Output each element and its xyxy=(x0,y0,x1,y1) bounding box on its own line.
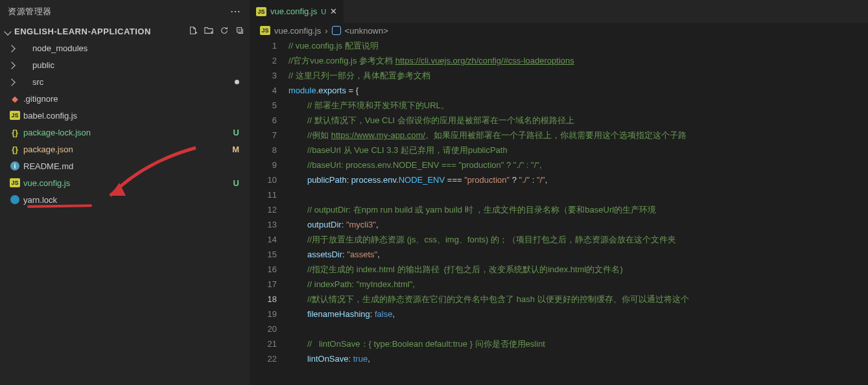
line-number: 2 xyxy=(250,53,277,68)
file-label: babel.config.js xyxy=(23,111,250,121)
line-number: 21 xyxy=(250,336,277,351)
line-number: 12 xyxy=(250,202,277,217)
folder-item-src[interactable]: src xyxy=(0,73,250,90)
code-line[interactable]: // 默认情况下，Vue CLI 会假设你的应用是被部署在一个域名的根路径上 xyxy=(288,113,868,128)
more-actions-icon[interactable]: ⋯ xyxy=(230,5,242,18)
folder-item-public[interactable]: public xyxy=(0,56,250,73)
file-item-package-json[interactable]: {}package.jsonM xyxy=(0,141,250,158)
code-line[interactable] xyxy=(288,321,868,336)
workspace-section-header[interactable]: ENGLISH-LEARN-APPLICATION xyxy=(0,23,250,40)
chevron-right-icon: › xyxy=(325,26,327,36)
file-item-vue-config-js[interactable]: JSvue.config.jsU xyxy=(0,174,250,191)
code-line[interactable]: module.exports = { xyxy=(288,83,868,98)
folder-item-node_modules[interactable]: node_modules xyxy=(0,40,250,56)
file-label: .gitignore xyxy=(23,94,250,104)
explorer-header: 资源管理器 ⋯ xyxy=(0,0,250,23)
symbol-icon xyxy=(332,26,341,35)
workspace-actions xyxy=(189,26,244,37)
line-number: 11 xyxy=(250,187,277,202)
line-number: 10 xyxy=(250,172,277,187)
yarn-icon xyxy=(9,195,21,204)
line-number: 18 xyxy=(250,292,277,307)
line-number: 6 xyxy=(250,113,277,128)
editor-main: JS vue.config.js U ✕ JS vue.config.js › … xyxy=(250,0,868,385)
git-status-badge: U xyxy=(321,8,326,16)
line-number: 15 xyxy=(250,247,277,262)
code-line[interactable]: filenameHashing: false, xyxy=(288,307,868,321)
chevron-right-icon xyxy=(9,43,18,53)
line-number: 8 xyxy=(250,143,277,158)
workspace-name: ENGLISH-LEARN-APPLICATION xyxy=(14,27,189,36)
refresh-icon[interactable] xyxy=(220,26,229,37)
tab-label: vue.config.js xyxy=(270,6,317,16)
file-item-README-md[interactable]: iREADME.md xyxy=(0,158,250,174)
tab-vue-config[interactable]: JS vue.config.js U ✕ xyxy=(250,0,344,23)
breadcrumb-symbol[interactable]: <unknown> xyxy=(345,26,388,36)
file-tree: node_modulespublicsrc◆.gitignoreJSbabel.… xyxy=(0,40,250,208)
line-number: 5 xyxy=(250,98,277,113)
new-folder-icon[interactable] xyxy=(204,26,213,37)
line-number: 1 xyxy=(250,38,277,53)
code-line[interactable]: outputDir: "mycli3", xyxy=(288,217,868,232)
code-line[interactable]: publicPath: process.env.NODE_ENV === "pr… xyxy=(288,172,868,187)
code-line[interactable]: //指定生成的 index.html 的输出路径 (打包之后，改变系统默认的in… xyxy=(288,262,868,277)
line-number: 22 xyxy=(250,351,277,366)
info-icon: i xyxy=(9,161,21,170)
code-line[interactable]: // vue.config.js 配置说明 xyxy=(288,38,868,53)
code-line[interactable]: // 这里只列一部分，具体配置参考文档 xyxy=(288,68,868,83)
code-line[interactable]: assetsDir: "assets", xyxy=(288,247,868,262)
line-number: 13 xyxy=(250,217,277,232)
git-status-badge: M xyxy=(232,145,239,154)
code-line[interactable]: //官方vue.config.js 参考文档 https://cli.vuejs… xyxy=(288,53,868,68)
line-number: 3 xyxy=(250,68,277,83)
breadcrumb-file[interactable]: vue.config.js xyxy=(274,26,321,36)
js-file-icon: JS xyxy=(260,26,270,35)
git-status-badge: U xyxy=(233,128,239,137)
chevron-right-icon xyxy=(9,77,18,87)
file-label: README.md xyxy=(23,161,250,171)
file-item-package-lock-json[interactable]: {}package-lock.jsonU xyxy=(0,124,250,141)
editor-tabs: JS vue.config.js U ✕ xyxy=(250,0,868,23)
code-line[interactable]: //用于放置生成的静态资源 (js、css、img、fonts) 的；（项目打包… xyxy=(288,232,868,247)
code-line[interactable]: lintOnSave: true, xyxy=(288,351,868,366)
line-number: 9 xyxy=(250,158,277,172)
json-icon: {} xyxy=(9,128,21,137)
file-label: package-lock.json xyxy=(23,128,233,137)
collapse-all-icon[interactable] xyxy=(235,26,244,37)
explorer-title: 资源管理器 xyxy=(8,6,52,18)
code-line[interactable]: // outputDir: 在npm run build 或 yarn buil… xyxy=(288,202,868,217)
explorer-sidebar: 资源管理器 ⋯ ENGLISH-LEARN-APPLICATION node_m… xyxy=(0,0,250,385)
file-item--gitignore[interactable]: ◆.gitignore xyxy=(0,90,250,107)
code-content[interactable]: // vue.config.js 配置说明//官方vue.config.js 参… xyxy=(288,38,868,385)
code-line[interactable] xyxy=(288,187,868,202)
line-number: 16 xyxy=(250,262,277,277)
code-editor[interactable]: 12345678910111213141516171819202122 // v… xyxy=(250,38,868,385)
code-line[interactable]: //baseUrl: process.env.NODE_ENV === "pro… xyxy=(288,158,868,172)
close-icon[interactable]: ✕ xyxy=(330,6,337,16)
code-line[interactable]: //例如 https://www.my-app.com/。如果应用被部署在一个子… xyxy=(288,128,868,143)
code-line[interactable]: // indexPath: "myIndex.html", xyxy=(288,277,868,292)
breadcrumb[interactable]: JS vue.config.js › <unknown> xyxy=(250,23,868,38)
code-line[interactable]: //默认情况下，生成的静态资源在它们的文件名中包含了 hash 以便更好的控制缓… xyxy=(288,292,868,307)
file-label: public xyxy=(32,60,250,70)
code-line[interactable]: // lintOnSave：{ type:Boolean default:tru… xyxy=(288,336,868,351)
code-line[interactable]: // 部署生产环境和开发环境下的URL。 xyxy=(288,98,868,113)
file-label: node_modules xyxy=(32,43,250,53)
file-label: vue.config.js xyxy=(23,178,233,188)
file-item-babel-config-js[interactable]: JSbabel.config.js xyxy=(0,107,250,124)
line-number: 20 xyxy=(250,321,277,336)
line-number: 4 xyxy=(250,83,277,98)
new-file-icon[interactable] xyxy=(189,26,198,37)
code-line[interactable]: //baseUrl 从 Vue CLI 3.3 起已弃用，请使用publicPa… xyxy=(288,143,868,158)
file-label: yarn.lock xyxy=(23,195,250,205)
modified-dot-icon xyxy=(235,80,239,84)
chevron-down-icon xyxy=(5,27,14,36)
line-number: 7 xyxy=(250,128,277,143)
json-icon: {} xyxy=(9,145,21,154)
git-icon: ◆ xyxy=(9,94,21,104)
file-label: package.json xyxy=(23,145,232,154)
js-icon: JS xyxy=(9,178,21,187)
line-number: 14 xyxy=(250,232,277,247)
line-gutter: 12345678910111213141516171819202122 xyxy=(250,38,288,385)
chevron-right-icon xyxy=(9,60,18,70)
